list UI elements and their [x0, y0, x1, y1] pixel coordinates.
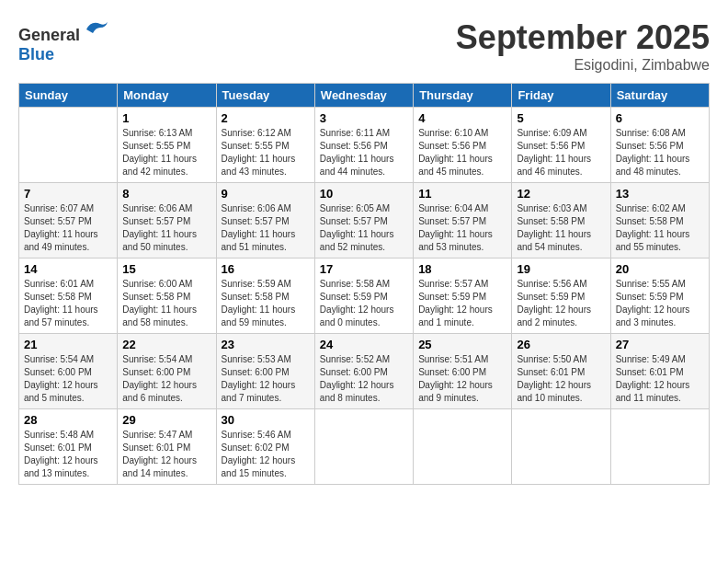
- day-info: Sunrise: 5:52 AM Sunset: 6:00 PM Dayligh…: [320, 353, 408, 405]
- day-number: 28: [24, 413, 112, 427]
- calendar-day-cell: 22Sunrise: 5:54 AM Sunset: 6:00 PM Dayli…: [118, 334, 216, 409]
- day-info: Sunrise: 6:01 AM Sunset: 5:58 PM Dayligh…: [24, 278, 112, 329]
- day-info: Sunrise: 5:58 AM Sunset: 5:59 PM Dayligh…: [320, 278, 408, 329]
- calendar-day-cell: 18Sunrise: 5:57 AM Sunset: 5:59 PM Dayli…: [414, 259, 512, 334]
- calendar-day-cell: 30Sunrise: 5:46 AM Sunset: 6:02 PM Dayli…: [216, 409, 314, 485]
- calendar-day-cell: 13Sunrise: 6:02 AM Sunset: 5:58 PM Dayli…: [610, 183, 709, 259]
- day-number: 14: [24, 262, 112, 276]
- day-number: 1: [122, 111, 210, 125]
- calendar-day-cell: 5Sunrise: 6:09 AM Sunset: 5:56 PM Daylig…: [512, 108, 610, 183]
- calendar-day-cell: 19Sunrise: 5:56 AM Sunset: 5:59 PM Dayli…: [512, 259, 610, 334]
- day-info: Sunrise: 6:00 AM Sunset: 5:58 PM Dayligh…: [122, 278, 210, 329]
- day-number: 5: [517, 111, 605, 125]
- day-number: 17: [320, 262, 408, 276]
- day-number: 22: [122, 338, 210, 351]
- day-info: Sunrise: 5:57 AM Sunset: 5:59 PM Dayligh…: [418, 278, 506, 329]
- day-number: 30: [222, 413, 310, 427]
- day-info: Sunrise: 6:05 AM Sunset: 5:57 PM Dayligh…: [320, 202, 408, 254]
- calendar-day-cell: 8Sunrise: 6:06 AM Sunset: 5:57 PM Daylig…: [118, 183, 216, 259]
- day-number: 20: [616, 262, 704, 276]
- calendar-header-cell: Monday: [118, 84, 216, 108]
- calendar-header-cell: Friday: [512, 84, 610, 108]
- calendar-day-cell: 2Sunrise: 6:12 AM Sunset: 5:55 PM Daylig…: [216, 108, 314, 183]
- day-number: 15: [122, 262, 210, 276]
- day-number: 23: [222, 338, 310, 351]
- day-number: 16: [222, 262, 310, 276]
- day-info: Sunrise: 5:54 AM Sunset: 6:00 PM Dayligh…: [122, 353, 210, 405]
- calendar-day-cell: [512, 409, 610, 485]
- day-number: 13: [616, 187, 704, 201]
- day-info: Sunrise: 6:03 AM Sunset: 5:58 PM Dayligh…: [517, 202, 605, 254]
- location: Esigodini, Zimbabwe: [456, 57, 710, 74]
- day-number: 25: [418, 338, 506, 351]
- day-number: 27: [616, 338, 704, 351]
- day-info: Sunrise: 5:48 AM Sunset: 6:01 PM Dayligh…: [24, 429, 112, 480]
- calendar-day-cell: 27Sunrise: 5:49 AM Sunset: 6:01 PM Dayli…: [610, 334, 709, 409]
- calendar-day-cell: 25Sunrise: 5:51 AM Sunset: 6:00 PM Dayli…: [414, 334, 512, 409]
- day-info: Sunrise: 6:13 AM Sunset: 5:55 PM Dayligh…: [122, 127, 210, 178]
- day-info: Sunrise: 5:54 AM Sunset: 6:00 PM Dayligh…: [24, 353, 112, 405]
- calendar-body: 1Sunrise: 6:13 AM Sunset: 5:55 PM Daylig…: [19, 108, 710, 485]
- day-number: 7: [24, 187, 112, 201]
- calendar-header-cell: Saturday: [610, 84, 709, 108]
- calendar-day-cell: 9Sunrise: 6:06 AM Sunset: 5:57 PM Daylig…: [216, 183, 314, 259]
- calendar-day-cell: 23Sunrise: 5:53 AM Sunset: 6:00 PM Dayli…: [216, 334, 314, 409]
- calendar-day-cell: 12Sunrise: 6:03 AM Sunset: 5:58 PM Dayli…: [512, 183, 610, 259]
- calendar-week-row: 21Sunrise: 5:54 AM Sunset: 6:00 PM Dayli…: [19, 334, 710, 409]
- day-number: 2: [222, 111, 310, 125]
- calendar-day-cell: 21Sunrise: 5:54 AM Sunset: 6:00 PM Dayli…: [19, 334, 118, 409]
- day-number: 10: [320, 187, 408, 201]
- calendar-day-cell: [610, 409, 709, 485]
- day-info: Sunrise: 6:04 AM Sunset: 5:57 PM Dayligh…: [418, 202, 506, 254]
- logo: General Blue: [18, 18, 109, 64]
- day-info: Sunrise: 5:53 AM Sunset: 6:00 PM Dayligh…: [222, 353, 310, 405]
- day-number: 12: [517, 187, 605, 201]
- day-info: Sunrise: 5:49 AM Sunset: 6:01 PM Dayligh…: [616, 353, 704, 405]
- calendar-day-cell: 17Sunrise: 5:58 AM Sunset: 5:59 PM Dayli…: [314, 259, 413, 334]
- logo-general: General: [18, 26, 80, 44]
- month-title: September 2025: [456, 18, 710, 57]
- day-number: 24: [320, 338, 408, 351]
- day-info: Sunrise: 6:11 AM Sunset: 5:56 PM Dayligh…: [320, 127, 408, 178]
- day-info: Sunrise: 6:06 AM Sunset: 5:57 PM Dayligh…: [222, 202, 310, 254]
- day-info: Sunrise: 5:56 AM Sunset: 5:59 PM Dayligh…: [517, 278, 605, 329]
- day-number: 11: [418, 187, 506, 201]
- day-info: Sunrise: 5:47 AM Sunset: 6:01 PM Dayligh…: [122, 429, 210, 480]
- day-info: Sunrise: 6:12 AM Sunset: 5:55 PM Dayligh…: [222, 127, 310, 178]
- calendar-day-cell: 15Sunrise: 6:00 AM Sunset: 5:58 PM Dayli…: [118, 259, 216, 334]
- calendar-table: SundayMondayTuesdayWednesdayThursdayFrid…: [18, 83, 710, 485]
- calendar-day-cell: [414, 409, 512, 485]
- day-info: Sunrise: 6:06 AM Sunset: 5:57 PM Dayligh…: [122, 202, 210, 254]
- day-info: Sunrise: 6:08 AM Sunset: 5:56 PM Dayligh…: [616, 127, 704, 178]
- day-number: 9: [222, 187, 310, 201]
- calendar-day-cell: 20Sunrise: 5:55 AM Sunset: 5:59 PM Dayli…: [610, 259, 709, 334]
- calendar-day-cell: 29Sunrise: 5:47 AM Sunset: 6:01 PM Dayli…: [118, 409, 216, 485]
- day-number: 3: [320, 111, 408, 125]
- calendar-day-cell: 24Sunrise: 5:52 AM Sunset: 6:00 PM Dayli…: [314, 334, 413, 409]
- calendar-header-row: SundayMondayTuesdayWednesdayThursdayFrid…: [19, 84, 710, 108]
- calendar-day-cell: 11Sunrise: 6:04 AM Sunset: 5:57 PM Dayli…: [414, 183, 512, 259]
- day-number: 29: [122, 413, 210, 427]
- logo-text: General Blue: [18, 18, 109, 64]
- calendar-day-cell: 26Sunrise: 5:50 AM Sunset: 6:01 PM Dayli…: [512, 334, 610, 409]
- calendar-day-cell: 7Sunrise: 6:07 AM Sunset: 5:57 PM Daylig…: [19, 183, 118, 259]
- day-info: Sunrise: 6:02 AM Sunset: 5:58 PM Dayligh…: [616, 202, 704, 254]
- calendar-day-cell: 3Sunrise: 6:11 AM Sunset: 5:56 PM Daylig…: [314, 108, 413, 183]
- title-block: September 2025 Esigodini, Zimbabwe: [456, 18, 710, 74]
- day-info: Sunrise: 6:10 AM Sunset: 5:56 PM Dayligh…: [418, 127, 506, 178]
- calendar-week-row: 7Sunrise: 6:07 AM Sunset: 5:57 PM Daylig…: [19, 183, 710, 259]
- calendar-day-cell: 10Sunrise: 6:05 AM Sunset: 5:57 PM Dayli…: [314, 183, 413, 259]
- calendar-week-row: 1Sunrise: 6:13 AM Sunset: 5:55 PM Daylig…: [19, 108, 710, 183]
- calendar-header-cell: Sunday: [19, 84, 118, 108]
- calendar-day-cell: 4Sunrise: 6:10 AM Sunset: 5:56 PM Daylig…: [414, 108, 512, 183]
- day-number: 8: [122, 187, 210, 201]
- day-info: Sunrise: 5:51 AM Sunset: 6:00 PM Dayligh…: [418, 353, 506, 405]
- calendar-header-cell: Wednesday: [314, 84, 413, 108]
- calendar-header-cell: Tuesday: [216, 84, 314, 108]
- calendar-day-cell: 1Sunrise: 6:13 AM Sunset: 5:55 PM Daylig…: [118, 108, 216, 183]
- day-number: 21: [24, 338, 112, 351]
- calendar-header-cell: Thursday: [414, 84, 512, 108]
- day-number: 6: [616, 111, 704, 125]
- calendar-day-cell: 28Sunrise: 5:48 AM Sunset: 6:01 PM Dayli…: [19, 409, 118, 485]
- day-info: Sunrise: 5:46 AM Sunset: 6:02 PM Dayligh…: [222, 429, 310, 480]
